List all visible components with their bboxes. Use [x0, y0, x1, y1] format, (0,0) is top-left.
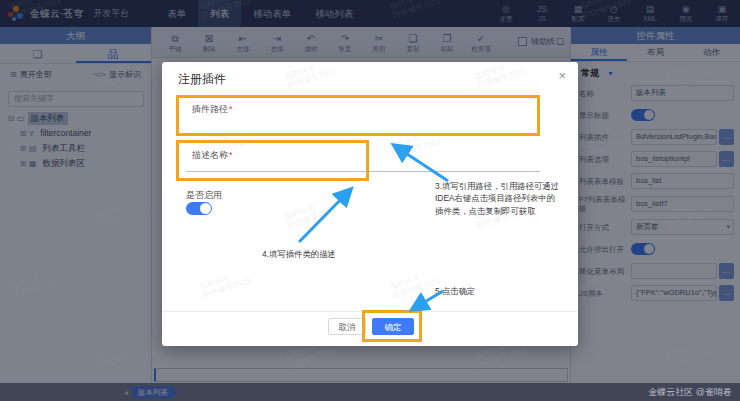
enable-label: 是否启用: [186, 189, 222, 202]
plugin-path-label: 插件路径*: [192, 103, 233, 116]
annotation-line: IDEA右键点击项目路径列表中的: [435, 192, 571, 204]
app-window: 金蝶云·苍穹 开发平台 表单列表移动表单移动列表 ◎变更JSJS▦配置◷历史▤X…: [0, 0, 740, 401]
site-watermark: 金蝶云社区 @雀哨卷: [648, 386, 732, 399]
enable-toggle[interactable]: [186, 202, 212, 215]
confirm-button[interactable]: 确定: [372, 318, 414, 335]
description-input[interactable]: [186, 155, 540, 172]
dialog-title: 注册插件: [178, 71, 226, 88]
close-icon[interactable]: ×: [558, 68, 566, 83]
annotation-step4: 4.填写插件类的描述: [262, 248, 336, 260]
annotation-step5: 5.点击确定: [435, 285, 476, 297]
required-mark: *: [229, 104, 233, 114]
annotation-line: 插件类，点击复制即可获取: [435, 205, 571, 217]
dialog-footer-divider: [162, 311, 578, 312]
cancel-button[interactable]: 取消: [328, 318, 366, 335]
register-plugin-dialog: 注册插件 × 插件路径* 描述名称* 是否启用 3.填写引用路径，引用路径可通过…: [162, 62, 578, 346]
annotation-step3: 3.填写引用路径，引用路径可通过IDEA右键点击项目路径列表中的插件类，点击复制…: [435, 180, 571, 217]
annotation-line: 3.填写引用路径，引用路径可通过: [435, 180, 571, 192]
